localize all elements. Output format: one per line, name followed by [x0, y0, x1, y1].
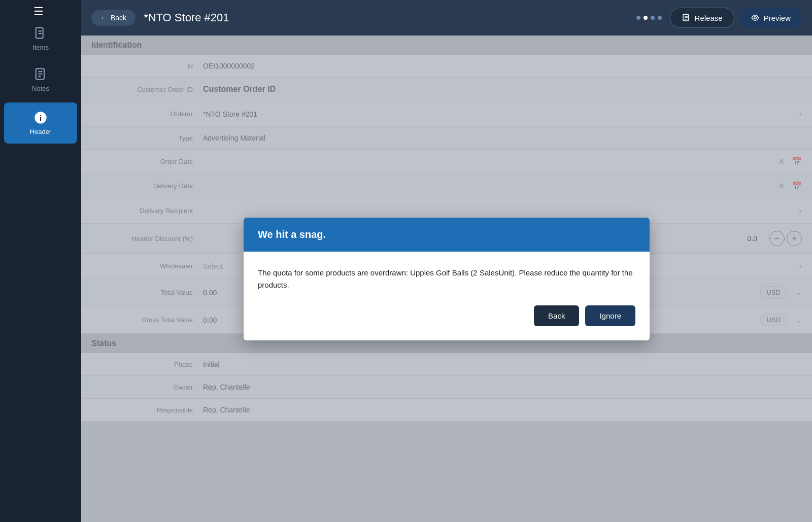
modal-overlay: We hit a snag. The quota for some produc… [81, 36, 812, 522]
page-title: *NTO Store #201 [144, 11, 628, 24]
progress-dot-2 [644, 16, 648, 20]
release-icon [682, 13, 691, 22]
release-button[interactable]: Release [670, 8, 734, 28]
dialog-message: The quota for some products are overdraw… [258, 268, 633, 289]
topbar: ← Back *NTO Store #201 Release Preview [81, 0, 812, 36]
notes-icon [33, 67, 48, 82]
topbar-actions: Release Preview [670, 8, 802, 28]
progress-dots [636, 16, 662, 20]
info-icon: i [33, 111, 48, 125]
sidebar: ☰ Items Notes i Header [0, 0, 81, 522]
progress-dot-4 [658, 16, 662, 20]
sidebar-item-header[interactable]: i Header [4, 102, 77, 144]
dialog: We hit a snag. The quota for some produc… [244, 218, 650, 340]
preview-button[interactable]: Preview [739, 8, 802, 28]
progress-dot-3 [651, 16, 655, 20]
progress-dot-1 [636, 16, 640, 20]
svg-rect-0 [36, 27, 43, 38]
back-arrow-icon: ← [100, 14, 108, 22]
sidebar-item-notes[interactable]: Notes [0, 59, 81, 100]
back-button[interactable]: ← Back [91, 10, 136, 26]
dialog-ignore-button[interactable]: Ignore [585, 305, 635, 326]
dialog-footer: Back Ignore [244, 305, 650, 340]
preview-icon [751, 13, 760, 22]
hamburger-menu[interactable]: ☰ [33, 5, 44, 18]
dialog-title: We hit a snag. [258, 229, 326, 240]
svg-text:i: i [40, 114, 42, 122]
dialog-body: The quota for some products are overdraw… [244, 252, 650, 305]
sidebar-item-items[interactable]: Items [0, 18, 81, 59]
dialog-header: We hit a snag. [244, 218, 650, 252]
sidebar-label-header: Header [30, 128, 52, 135]
file-icon [33, 26, 48, 41]
sidebar-label-items: Items [32, 44, 49, 51]
sidebar-label-notes: Notes [32, 85, 49, 92]
content-area: Identification Id OEI1000000002 Customer… [81, 36, 812, 522]
svg-point-13 [754, 17, 756, 19]
main-area: ← Back *NTO Store #201 Release Preview I… [81, 0, 812, 522]
dialog-back-button[interactable]: Back [534, 305, 579, 326]
